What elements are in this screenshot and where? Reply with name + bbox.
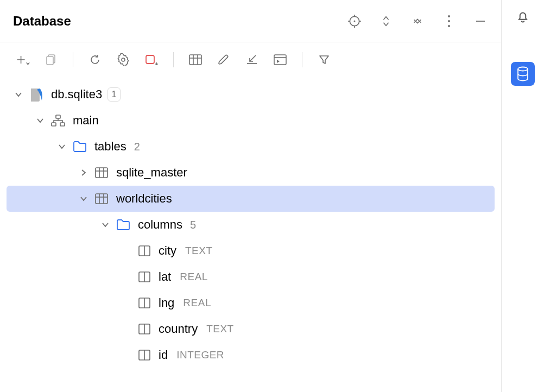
tables-count: 2 — [134, 141, 140, 153]
columns-count: 5 — [190, 219, 196, 231]
column-type: REAL — [180, 271, 208, 283]
tree-node-column[interactable]: idINTEGER — [0, 342, 501, 368]
tree-node-schema[interactable]: main — [0, 108, 501, 134]
svg-rect-21 — [274, 55, 286, 65]
svg-rect-15 — [146, 55, 154, 64]
svg-rect-16 — [189, 55, 201, 65]
tables-folder-label: tables — [94, 140, 126, 154]
toolbar-separator — [302, 52, 302, 67]
folder-icon — [73, 141, 87, 153]
svg-rect-31 — [96, 194, 107, 204]
column-name: city — [159, 244, 176, 258]
tree-node-column[interactable]: latREAL — [0, 264, 501, 290]
jump-to-source-icon[interactable] — [244, 52, 260, 67]
tree-node-datasource[interactable]: db.sqlite3 1 — [0, 81, 501, 108]
chevron-down-icon[interactable] — [56, 141, 67, 152]
svg-rect-26 — [60, 123, 65, 126]
target-icon[interactable] — [347, 14, 362, 29]
column-name: lng — [159, 296, 174, 310]
datasource-name: db.sqlite3 — [51, 87, 102, 102]
tree-node-column[interactable]: cityTEXT — [0, 238, 501, 264]
column-type: REAL — [183, 297, 211, 309]
column-type: TEXT — [185, 245, 213, 257]
panel-title: Database — [13, 14, 71, 29]
svg-rect-25 — [52, 123, 56, 126]
svg-point-1 — [353, 20, 355, 22]
column-name: lat — [159, 270, 171, 284]
table-icon — [94, 167, 109, 179]
table-name: sqlite_master — [116, 166, 187, 180]
database-tool-button[interactable] — [511, 62, 535, 86]
settings-icon[interactable] — [116, 52, 131, 67]
datasource-badge: 1 — [107, 87, 120, 102]
svg-point-8 — [448, 25, 450, 27]
toolbar-separator — [73, 52, 73, 67]
panel-header: Database — [0, 0, 501, 42]
tree-node-column[interactable]: countryTEXT — [0, 316, 501, 342]
add-icon[interactable] — [15, 52, 30, 67]
tree-node-table-worldcities[interactable]: worldcities — [7, 186, 495, 212]
toolbar-separator — [173, 52, 174, 67]
column-type: TEXT — [206, 323, 234, 335]
column-icon — [138, 323, 151, 335]
console-icon[interactable] — [273, 52, 288, 67]
tree-node-table-sqlite-master[interactable]: sqlite_master — [0, 160, 501, 186]
column-icon — [138, 349, 151, 361]
duplicate-icon[interactable] — [43, 52, 59, 67]
toolbar — [0, 42, 501, 77]
chevron-down-icon[interactable] — [100, 219, 111, 230]
table-icon — [94, 193, 109, 205]
notifications-icon[interactable] — [515, 9, 530, 24]
chevron-down-icon[interactable] — [35, 115, 46, 126]
close-icon[interactable] — [410, 14, 425, 29]
more-icon[interactable] — [441, 14, 457, 29]
column-type: INTEGER — [176, 349, 224, 361]
tree-node-columns-folder[interactable]: columns 5 — [0, 212, 501, 238]
tree-node-tables-folder[interactable]: tables 2 — [0, 134, 501, 160]
svg-rect-27 — [96, 168, 107, 178]
chevron-down-icon[interactable] — [78, 193, 89, 204]
right-rail — [502, 0, 544, 392]
columns-folder-label: columns — [138, 218, 182, 232]
column-name: country — [159, 322, 198, 336]
folder-icon — [116, 219, 130, 231]
refresh-icon[interactable] — [87, 52, 103, 67]
column-name: id — [159, 348, 168, 362]
edit-icon[interactable] — [216, 52, 231, 67]
svg-rect-24 — [56, 115, 60, 118]
chevron-right-icon[interactable] — [78, 167, 89, 178]
column-icon — [138, 245, 151, 257]
database-tree[interactable]: db.sqlite3 1 main — [0, 77, 501, 392]
svg-marker-23 — [277, 60, 280, 63]
schema-icon — [51, 115, 65, 127]
table-view-icon[interactable] — [188, 52, 203, 67]
svg-point-7 — [448, 20, 450, 22]
schema-name: main — [73, 113, 99, 128]
column-icon — [138, 271, 151, 283]
svg-point-6 — [448, 15, 450, 17]
minimize-icon[interactable] — [473, 14, 488, 29]
filter-icon[interactable] — [317, 52, 332, 67]
stop-icon[interactable] — [144, 52, 159, 67]
table-name: worldcities — [116, 192, 172, 206]
svg-rect-13 — [47, 56, 53, 65]
svg-point-14 — [122, 58, 125, 61]
column-icon — [138, 297, 151, 309]
svg-point-45 — [518, 67, 528, 71]
tree-node-column[interactable]: lngREAL — [0, 290, 501, 316]
sqlite-icon — [29, 87, 43, 102]
chevron-down-icon[interactable] — [13, 89, 24, 100]
expand-collapse-icon[interactable] — [378, 14, 394, 29]
